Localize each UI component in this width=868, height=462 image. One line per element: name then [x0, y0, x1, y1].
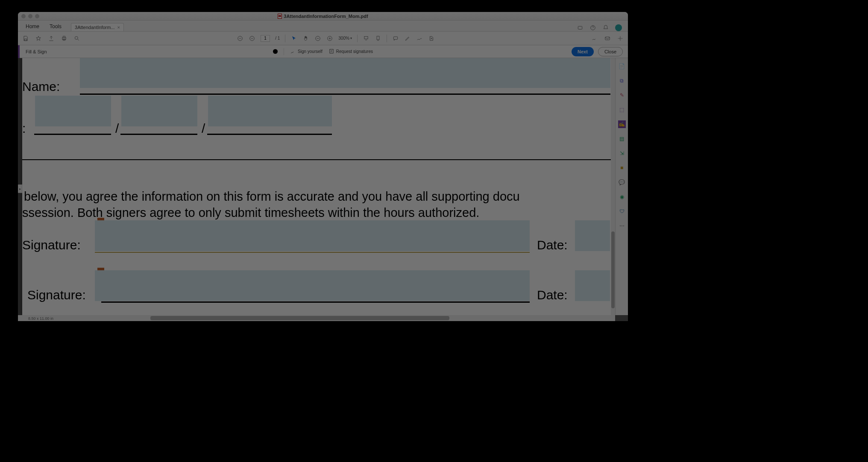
fountain-pen-icon — [290, 48, 296, 55]
zoom-level[interactable]: 300% ▾ — [338, 36, 352, 41]
svg-point-6 — [75, 36, 78, 39]
fill-sign-title: Fill & Sign — [26, 49, 47, 54]
zoom-in-icon[interactable] — [326, 35, 333, 42]
next-button[interactable]: Next — [572, 47, 594, 56]
separator — [285, 35, 285, 42]
svg-rect-12 — [377, 36, 379, 39]
name-underline — [80, 94, 610, 95]
star-icon[interactable] — [35, 35, 42, 42]
window-minimize-button[interactable] — [28, 14, 32, 18]
date-underline-3 — [207, 134, 332, 135]
hand-tool-icon[interactable] — [302, 35, 309, 42]
horizontal-scrollbar[interactable]: 8.50 x 11.00 in — [18, 315, 615, 321]
date-sep-1: / — [115, 121, 119, 136]
combine-icon[interactable]: ⧉ — [618, 77, 626, 85]
organize-icon[interactable]: ▤ — [618, 135, 626, 143]
date-underline-1 — [34, 134, 111, 135]
close-tab-icon[interactable]: × — [117, 25, 120, 30]
date-label-1: Date: — [537, 238, 568, 252]
stamp-icon[interactable]: ◉ — [618, 193, 626, 201]
export-pdf-icon[interactable]: ⬚ — [618, 106, 626, 114]
save-icon[interactable] — [22, 35, 29, 42]
window-title-wrap: 3AttendantInformationForm_Mom.pdf — [18, 14, 628, 19]
tabbar-right — [577, 24, 625, 31]
redact-icon[interactable]: ■ — [618, 164, 626, 172]
erase-icon[interactable] — [428, 35, 435, 42]
zoom-out-icon[interactable] — [314, 35, 321, 42]
more-rail-icon[interactable]: ⋯ — [618, 222, 626, 230]
svg-rect-3 — [62, 37, 66, 39]
svg-rect-13 — [393, 36, 397, 39]
horizontal-scroll-thumb[interactable] — [150, 316, 449, 320]
protect-icon[interactable]: 🛡 — [618, 208, 626, 215]
search-icon[interactable] — [73, 35, 80, 42]
draw-icon[interactable] — [416, 35, 423, 42]
create-pdf-icon[interactable]: 📄 — [618, 62, 626, 70]
toolbar-center: / 1 300% ▾ — [237, 35, 435, 42]
notifications-icon[interactable] — [602, 24, 609, 31]
svg-rect-16 — [330, 49, 333, 53]
name-field[interactable] — [80, 58, 610, 88]
window-maximize-button[interactable] — [35, 14, 39, 18]
fill-sign-rail-icon[interactable]: ✍ — [618, 120, 626, 128]
svg-point-15 — [619, 38, 621, 39]
compress-icon[interactable]: ⇲ — [618, 149, 626, 157]
sign-tool-icon[interactable] — [591, 35, 598, 42]
close-button[interactable]: Close — [598, 47, 623, 56]
request-signatures-button[interactable]: Request signatures — [328, 48, 373, 55]
selection-tool-icon[interactable] — [290, 35, 297, 42]
page-up-icon[interactable] — [237, 35, 243, 42]
signature-underline-1 — [95, 252, 530, 253]
date-field-sig1[interactable] — [575, 220, 610, 251]
edit-pdf-icon[interactable]: ✎ — [618, 91, 626, 99]
chevron-down-icon: ▾ — [350, 36, 352, 40]
titlebar: 3AttendantInformationForm_Mom.pdf — [18, 12, 628, 20]
separator — [357, 35, 358, 42]
signature-field-1[interactable] — [95, 220, 530, 251]
upload-icon[interactable] — [48, 35, 55, 42]
more-tools-icon[interactable] — [617, 35, 624, 42]
window-close-button[interactable] — [21, 14, 26, 18]
share-icon[interactable] — [604, 35, 611, 42]
fill-sign-right: Next Close — [572, 47, 623, 56]
fit-page-icon[interactable] — [375, 35, 381, 42]
signature-field-2[interactable] — [95, 270, 530, 301]
pdf-page[interactable]: Name: : / / below, you agree the inf — [22, 58, 613, 315]
page-dimensions: 8.50 x 11.00 in — [28, 316, 53, 321]
help-icon[interactable] — [589, 24, 596, 31]
app-window: 3AttendantInformationForm_Mom.pdf Home T… — [18, 12, 628, 321]
avatar[interactable] — [615, 24, 622, 31]
signature-label-2: Signature: — [27, 288, 86, 302]
highlight-icon[interactable] — [404, 35, 411, 42]
page-down-icon[interactable] — [249, 35, 255, 42]
vertical-scrollbar[interactable] — [611, 58, 615, 315]
tabbar: Home Tools 3AttendantInform... × — [18, 20, 628, 32]
tab-tools[interactable]: Tools — [44, 22, 67, 31]
comment-icon[interactable] — [392, 35, 399, 42]
document-scroll[interactable]: Name: : / / below, you agree the inf — [18, 58, 615, 315]
color-picker-dot[interactable] — [273, 49, 278, 54]
comment-rail-icon[interactable]: 💬 — [618, 178, 626, 186]
fit-width-icon[interactable] — [363, 35, 369, 42]
tab-home[interactable]: Home — [21, 22, 44, 31]
print-icon[interactable] — [61, 35, 67, 42]
page-number-input[interactable] — [261, 35, 270, 42]
toolbar-right — [591, 35, 624, 42]
document-area: Name: : / / below, you agree the inf — [18, 58, 628, 321]
date-field-2[interactable] — [121, 96, 197, 126]
sign-yourself-label: Sign yourself — [298, 49, 323, 54]
window-title: 3AttendantInformationForm_Mom.pdf — [284, 14, 368, 19]
date-colon: : — [22, 121, 26, 136]
date-field-sig2[interactable] — [575, 270, 610, 301]
panel-expand-button[interactable]: ▸ — [18, 184, 22, 193]
document-tab[interactable]: 3AttendantInform... × — [71, 23, 124, 31]
request-signatures-label: Request signatures — [336, 49, 373, 54]
name-label: Name: — [22, 79, 60, 94]
right-tools-rail: 📄 ⧉ ✎ ⬚ ✍ ▤ ⇲ ■ 💬 ◉ 🛡 ⋯ — [615, 58, 628, 315]
date-field-3[interactable] — [208, 96, 332, 126]
sign-yourself-button[interactable]: Sign yourself — [290, 48, 323, 55]
date-field-1[interactable] — [35, 96, 111, 126]
separator — [284, 48, 284, 55]
vertical-scroll-thumb[interactable] — [611, 231, 615, 308]
cloud-icon[interactable] — [577, 24, 584, 31]
